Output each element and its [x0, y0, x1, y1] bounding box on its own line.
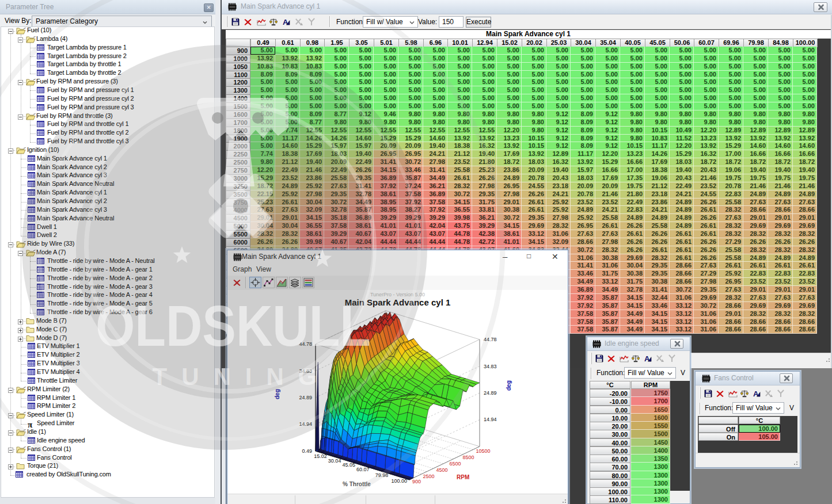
- svg-text:14.94: 14.94: [484, 417, 497, 422]
- svg-text:44.78: 44.78: [299, 341, 312, 347]
- svg-text:deg: deg: [506, 380, 512, 391]
- svg-text:15.02: 15.02: [314, 453, 327, 459]
- svg-text:2500: 2500: [423, 474, 434, 479]
- svg-text:44.78: 44.78: [484, 337, 497, 342]
- svg-text:24.89: 24.89: [299, 395, 312, 400]
- svg-text:34.83: 34.83: [484, 364, 497, 369]
- svg-text:900: 900: [412, 479, 421, 484]
- svg-text:24.89: 24.89: [484, 390, 497, 396]
- svg-text:RPM: RPM: [457, 474, 469, 480]
- svg-text:60.07: 60.07: [356, 467, 370, 472]
- svg-text:6500: 6500: [449, 461, 461, 467]
- svg-text:79.98: 79.98: [375, 472, 389, 478]
- svg-text:34.83: 34.83: [299, 368, 312, 374]
- svg-text:45.05: 45.05: [342, 462, 355, 468]
- svg-text:100.00: 100.00: [391, 478, 407, 484]
- svg-text:30.04: 30.04: [328, 458, 341, 464]
- svg-text:% Throttle: % Throttle: [343, 481, 371, 487]
- svg-text:10500: 10500: [476, 448, 490, 454]
- svg-text:4500: 4500: [436, 467, 447, 473]
- svg-text:8500: 8500: [462, 455, 474, 460]
- svg-text:14.94: 14.94: [299, 421, 312, 427]
- svg-text:deg: deg: [274, 389, 280, 399]
- svg-text:0.49: 0.49: [302, 448, 312, 454]
